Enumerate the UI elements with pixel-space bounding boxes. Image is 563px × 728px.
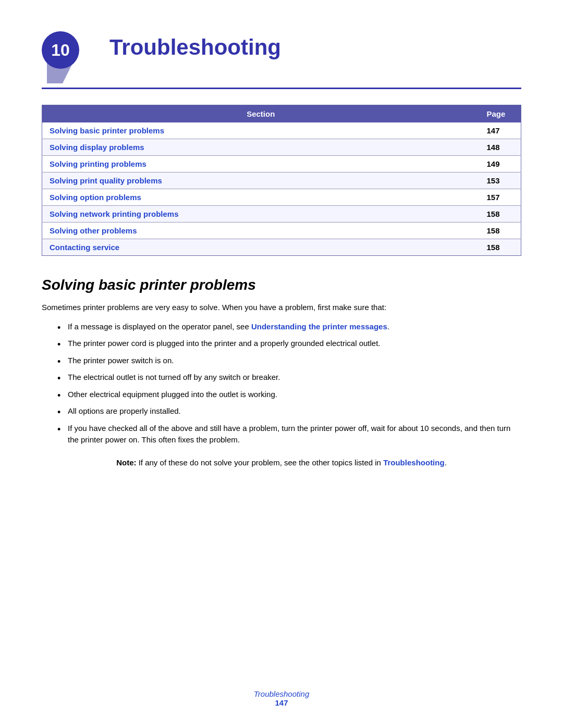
toc-section-link[interactable]: Solving display problems (50, 143, 144, 152)
bullet-item: The printer power cord is plugged into t… (57, 338, 521, 350)
toc-page-cell: 158 (480, 239, 521, 256)
toc-page-cell: 158 (480, 206, 521, 223)
note-box: Note: If any of these do not solve your … (42, 456, 521, 469)
bullet-item: If a message is displayed on the operato… (57, 321, 521, 333)
toc-page-cell: 149 (480, 156, 521, 172)
toc-section-cell: Solving display problems (42, 139, 480, 156)
chapter-title: Troubleshooting (109, 35, 281, 59)
bullet-item: If you have checked all of the above and… (57, 423, 521, 446)
toc-page-header: Page (480, 105, 521, 123)
bullet-text-before: If a message is displayed on the operato… (68, 322, 251, 331)
toc-section-cell: Solving basic printer problems (42, 122, 480, 139)
toc-section-cell: Solving network printing problems (42, 206, 480, 223)
bullet-item: Other electrical equipment plugged into … (57, 389, 521, 401)
bullet-text-after: . (387, 322, 389, 331)
chapter-number: 10 (51, 41, 70, 60)
toc-row: Solving other problems158 (42, 223, 521, 239)
toc-row: Solving display problems148 (42, 139, 521, 156)
toc-section-link[interactable]: Solving printing problems (50, 159, 146, 168)
chapter-header: 10 Troubleshooting (42, 31, 521, 83)
toc-row: Contacting service158 (42, 239, 521, 256)
bullet-item: The printer power switch is on. (57, 355, 521, 367)
footer-title: Troubleshooting (0, 689, 563, 698)
note-text: If any of these do not solve your proble… (137, 458, 384, 467)
chapter-badge-circle: 10 (42, 31, 79, 69)
toc-section-cell: Solving printing problems (42, 156, 480, 172)
toc-section-link[interactable]: Solving network printing problems (50, 209, 179, 218)
chapter-badge-wrapper: 10 (42, 31, 104, 83)
toc-section-link[interactable]: Solving print quality problems (50, 176, 162, 185)
toc-header-row: Section Page (42, 105, 521, 123)
note-after: . (445, 458, 447, 467)
toc-row: Solving print quality problems153 (42, 172, 521, 189)
toc-section-link[interactable]: Solving option problems (50, 193, 141, 202)
bullet-link[interactable]: Understanding the printer messages (251, 322, 387, 331)
toc-page-cell: 158 (480, 223, 521, 239)
toc-table: Section Page Solving basic printer probl… (42, 105, 521, 256)
toc-section-cell: Solving other problems (42, 223, 480, 239)
toc-row: Solving option problems157 (42, 189, 521, 206)
toc-page-cell: 147 (480, 122, 521, 139)
chapter-divider (42, 88, 521, 89)
toc-page-cell: 157 (480, 189, 521, 206)
toc-section-cell: Solving option problems (42, 189, 480, 206)
bullet-item: All options are properly installed. (57, 405, 521, 417)
toc-page-cell: 153 (480, 172, 521, 189)
toc-page-cell: 148 (480, 139, 521, 156)
bullet-list: If a message is displayed on the operato… (57, 321, 521, 446)
note-label: Note: (116, 458, 136, 467)
toc-section-cell: Solving print quality problems (42, 172, 480, 189)
toc-section-cell: Contacting service (42, 239, 480, 256)
toc-section-link[interactable]: Solving other problems (50, 226, 137, 235)
toc-row: Solving basic printer problems147 (42, 122, 521, 139)
toc-row: Solving network printing problems158 (42, 206, 521, 223)
section-heading: Solving basic printer problems (42, 277, 521, 293)
page: 10 Troubleshooting Section Page Solving … (0, 0, 563, 728)
toc-section-link[interactable]: Contacting service (50, 243, 119, 252)
toc-section-link[interactable]: Solving basic printer problems (50, 126, 164, 135)
bullet-item: The electrical outlet is not turned off … (57, 372, 521, 384)
toc-row: Solving printing problems149 (42, 156, 521, 172)
page-footer: Troubleshooting 147 (0, 689, 563, 707)
footer-page-number: 147 (0, 698, 563, 707)
note-link[interactable]: Troubleshooting (383, 458, 445, 467)
section-intro: Sometimes printer problems are very easy… (42, 302, 521, 314)
toc-section-header: Section (42, 105, 480, 123)
